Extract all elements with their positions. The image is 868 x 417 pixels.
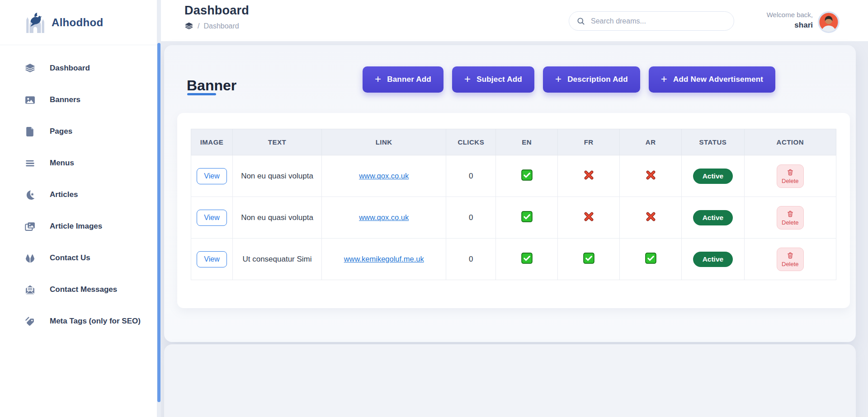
delete-button[interactable]: Delete (777, 164, 804, 188)
view-button[interactable]: View (197, 210, 226, 226)
trash-icon (787, 169, 794, 176)
sidebar-item-dashboard[interactable]: Dashboard (0, 52, 152, 84)
col-header-fr: FR (558, 129, 620, 155)
sidebar-item-contact-messages[interactable]: Contact Messages (0, 274, 152, 305)
ar-cell (620, 197, 682, 239)
check-icon (645, 252, 657, 264)
col-header-clicks: CLICKS (446, 129, 496, 155)
sidebar-scrollbar-thumb[interactable] (157, 43, 160, 402)
delete-label: Delete (782, 261, 799, 267)
table-row: ViewNon eu quasi voluptawww.qox.co.uk0Ac… (191, 197, 836, 239)
sidebar-item-label: Menus (50, 158, 74, 168)
sidebar-item-contact-us[interactable]: Contact Us (0, 242, 152, 274)
view-button[interactable]: View (197, 251, 226, 267)
ar-cell (620, 155, 682, 197)
search-icon (576, 17, 585, 26)
crescent-icon (24, 189, 36, 201)
cross-icon (645, 169, 657, 181)
fr-cell (558, 155, 620, 197)
sidebar-item-label: Contact Messages (50, 285, 117, 295)
search-input[interactable] (590, 17, 726, 26)
image-cell: View (191, 197, 233, 239)
plus-icon: + (464, 74, 471, 84)
banner-add-button[interactable]: +Banner Add (363, 66, 443, 93)
sidebar-item-menus[interactable]: Menus (0, 147, 152, 179)
cross-icon (583, 169, 595, 181)
banner-link[interactable]: www.qox.co.uk (359, 172, 409, 180)
button-label: Subject Add (476, 75, 522, 84)
sidebar-item-banners[interactable]: Banners (0, 84, 152, 116)
button-label: Banner Add (387, 75, 431, 84)
banner-text-cell: Ut consequatur Simi (233, 239, 322, 280)
delete-label: Delete (782, 219, 799, 226)
sidebar-item-article-images[interactable]: Article Images (0, 211, 152, 242)
delete-label: Delete (782, 178, 799, 184)
status-badge: Active (693, 169, 733, 184)
banner-link[interactable]: www.qox.co.uk (359, 213, 409, 221)
top-header: Dashboard / Dashboard (161, 0, 868, 42)
sidebar-item-label: Contact Us (50, 253, 90, 263)
banner-table-card: IMAGETEXTLINKCLICKSENFRARSTATUSACTION Vi… (177, 113, 850, 308)
sidebar-menu: DashboardBannersPagesMenusArticlesArticl… (0, 52, 152, 337)
file-icon (24, 126, 36, 137)
status-cell: Active (682, 155, 744, 197)
check-icon (521, 252, 533, 264)
col-header-action: ACTION (744, 129, 836, 155)
brand-logo[interactable]: Alhodhod (0, 0, 157, 45)
add-new-advertisement-button[interactable]: +Add New Advertisement (649, 66, 775, 93)
tag-icon (24, 315, 36, 327)
plus-icon: + (661, 74, 667, 84)
sidebar-item-pages[interactable]: Pages (0, 116, 152, 147)
plus-icon: + (555, 74, 561, 84)
cross-icon (645, 211, 657, 223)
page-title: Dashboard (184, 4, 249, 18)
sidebar: Alhodhod DashboardBannersPagesMenusArtic… (0, 0, 157, 417)
fr-cell (558, 197, 620, 239)
sidebar-item-label: Banners (50, 95, 80, 105)
sidebar-item-label: Pages (50, 127, 72, 136)
ar-cell (620, 239, 682, 280)
sidebar-item-articles[interactable]: Articles (0, 179, 152, 211)
images-icon (24, 220, 36, 232)
delete-button[interactable]: Delete (777, 248, 804, 271)
avatar[interactable] (818, 11, 840, 33)
banner-table: IMAGETEXTLINKCLICKSENFRARSTATUSACTION Vi… (191, 129, 836, 280)
menu-lines-icon (24, 157, 36, 169)
description-add-button[interactable]: +Description Add (543, 66, 640, 93)
table-row: ViewNon eu quasi voluptawww.qox.co.uk0Ac… (191, 155, 836, 197)
col-header-en: EN (496, 129, 558, 155)
view-button[interactable]: View (197, 168, 226, 184)
clicks-cell: 0 (446, 239, 496, 280)
action-cell: Delete (744, 197, 836, 239)
trash-icon (787, 210, 794, 218)
clicks-cell: 0 (446, 155, 496, 197)
status-badge: Active (693, 252, 733, 267)
table-head: IMAGETEXTLINKCLICKSENFRARSTATUSACTION (191, 129, 836, 155)
app-window: Alhodhod DashboardBannersPagesMenusArtic… (0, 0, 868, 417)
plus-icon: + (375, 74, 381, 84)
subject-add-button[interactable]: +Subject Add (452, 66, 534, 93)
welcome-block: Welcome back, shari (767, 10, 813, 31)
header-row: IMAGETEXTLINKCLICKSENFRARSTATUSACTION (191, 129, 836, 155)
praying-hands-icon (24, 252, 36, 264)
check-icon (583, 252, 595, 264)
col-header-link: LINK (321, 129, 446, 155)
username: shari (767, 20, 813, 31)
section-title: Banner (187, 77, 236, 94)
image-icon (24, 94, 36, 106)
banner-link[interactable]: www.kemikegoluf.me.uk (344, 255, 424, 263)
breadcrumb-home-icon[interactable] (184, 22, 193, 31)
link-cell: www.qox.co.uk (321, 197, 446, 239)
section-title-underline (187, 93, 216, 95)
link-cell: www.kemikegoluf.me.uk (321, 239, 446, 280)
sidebar-item-meta-tags-only-for-seo[interactable]: Meta Tags (only for SEO) (0, 305, 152, 337)
title-block: Dashboard / Dashboard (184, 4, 249, 31)
action-buttons: +Banner Add+Subject Add+Description Add+… (363, 66, 775, 93)
banner-text-cell: Non eu quasi volupta (233, 155, 322, 197)
sidebar-item-label: Meta Tags (only for SEO) (50, 316, 141, 326)
status-badge: Active (693, 210, 733, 225)
image-cell: View (191, 155, 233, 197)
table-body: ViewNon eu quasi voluptawww.qox.co.uk0Ac… (191, 155, 836, 280)
brand-name: Alhodhod (52, 16, 103, 29)
delete-button[interactable]: Delete (777, 206, 804, 230)
